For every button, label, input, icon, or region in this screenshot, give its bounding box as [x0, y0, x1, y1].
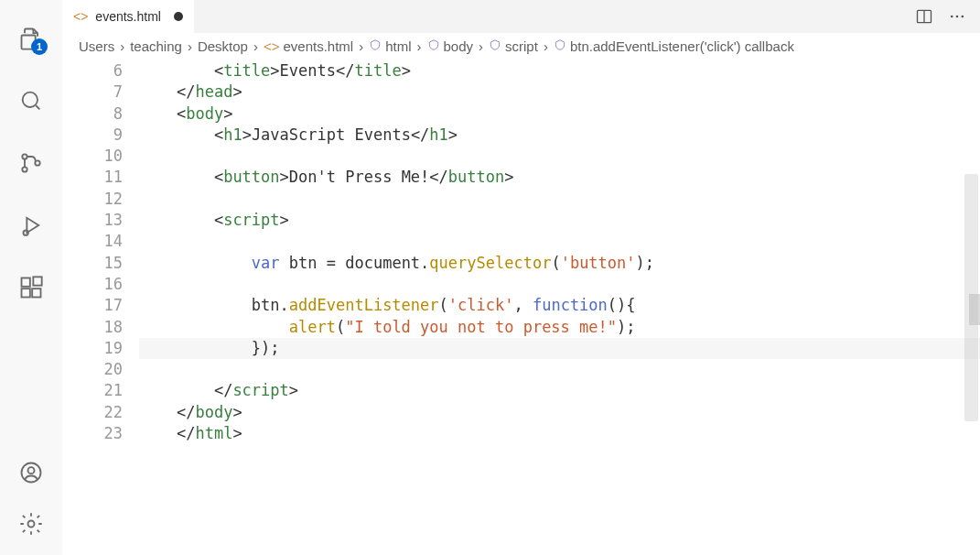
code-line[interactable]: <title>Events</title>	[139, 60, 980, 82]
settings-gear-icon[interactable]	[9, 502, 53, 546]
svg-point-3	[22, 167, 27, 171]
search-icon[interactable]	[9, 79, 53, 123]
code-line[interactable]: </html>	[139, 423, 980, 444]
code-line[interactable]	[139, 359, 980, 380]
line-number: 17	[62, 295, 123, 316]
symbol-icon	[427, 38, 440, 54]
breadcrumb-item[interactable]: <>events.html	[264, 38, 353, 54]
line-number: 23	[62, 423, 123, 444]
breadcrumb-item[interactable]: teaching	[130, 38, 182, 54]
svg-rect-7	[22, 288, 30, 297]
line-number: 11	[62, 167, 123, 188]
breadcrumb-item[interactable]: btn.addEventListener('click') callback	[554, 38, 794, 54]
chevron-right-icon: ›	[253, 38, 258, 54]
chevron-right-icon: ›	[479, 38, 483, 54]
svg-point-5	[23, 230, 27, 234]
svg-point-12	[28, 521, 35, 528]
chevron-right-icon: ›	[417, 38, 422, 54]
chevron-right-icon: ›	[544, 38, 548, 54]
code-line[interactable]	[139, 189, 980, 210]
breadcrumb-item[interactable]: Users	[79, 38, 114, 54]
code-editor[interactable]: 67891011121314151617181920212223 <title>…	[62, 59, 980, 555]
chevron-right-icon: ›	[359, 38, 363, 54]
line-number: 12	[62, 189, 123, 210]
svg-point-11	[28, 467, 35, 473]
explorer-badge: 1	[31, 38, 48, 55]
tab-filename: events.html	[95, 9, 161, 24]
code-line[interactable]	[139, 274, 980, 295]
line-number: 22	[62, 402, 123, 423]
code-content[interactable]: <title>Events</title> </head> <body> <h1…	[139, 59, 980, 555]
svg-point-4	[35, 160, 39, 165]
tab-bar: <> events.html	[62, 0, 980, 33]
line-number: 20	[62, 359, 123, 380]
code-line[interactable]: </body>	[139, 402, 980, 423]
code-line[interactable]: <script>	[139, 210, 980, 231]
code-line[interactable]: </head>	[139, 82, 980, 103]
line-number: 10	[62, 146, 123, 167]
svg-point-15	[956, 16, 959, 18]
line-number-gutter: 67891011121314151617181920212223	[62, 59, 139, 555]
svg-point-14	[951, 16, 953, 18]
symbol-icon	[554, 38, 566, 54]
code-line[interactable]: <body>	[139, 103, 980, 125]
svg-rect-6	[22, 278, 30, 287]
symbol-icon	[369, 38, 382, 54]
minimap-handle[interactable]	[969, 294, 980, 325]
line-number: 9	[62, 125, 123, 146]
line-number: 16	[62, 274, 123, 295]
breadcrumb-item[interactable]: Desktop	[198, 38, 248, 54]
breadcrumb-item[interactable]: html	[369, 38, 411, 54]
source-control-icon[interactable]	[9, 141, 53, 185]
chevron-right-icon: ›	[188, 38, 192, 54]
editor-area: <> events.html Users›teaching›Desktop›<>…	[62, 0, 980, 555]
split-editor-icon[interactable]	[914, 6, 934, 27]
chevron-right-icon: ›	[120, 38, 124, 54]
extensions-icon[interactable]	[9, 266, 53, 310]
explorer-icon[interactable]: 1	[9, 16, 53, 60]
symbol-icon	[489, 38, 501, 54]
svg-point-1	[23, 92, 38, 107]
code-line[interactable]	[139, 231, 980, 252]
line-number: 6	[62, 60, 123, 82]
run-debug-icon[interactable]	[9, 203, 53, 247]
line-number: 7	[62, 82, 123, 103]
code-line[interactable]: var btn = document.querySelector('button…	[139, 253, 980, 274]
activity-bar: 1	[0, 0, 62, 555]
html-file-icon: <>	[264, 38, 280, 54]
breadcrumb[interactable]: Users›teaching›Desktop›<>events.html›htm…	[62, 33, 980, 59]
code-line[interactable]: btn.addEventListener('click', function()…	[139, 295, 980, 316]
svg-rect-8	[32, 288, 40, 297]
unsaved-indicator-icon	[174, 12, 183, 21]
line-number: 13	[62, 210, 123, 231]
line-number: 19	[62, 338, 123, 359]
tab-actions	[914, 6, 980, 27]
breadcrumb-item[interactable]: script	[489, 38, 538, 54]
code-line[interactable]	[139, 146, 980, 167]
svg-point-2	[22, 154, 27, 158]
code-line[interactable]: <button>Don't Press Me!</button>	[139, 167, 980, 188]
tab-events-html[interactable]: <> events.html	[62, 0, 194, 33]
html-file-icon: <>	[73, 9, 88, 24]
svg-rect-9	[33, 277, 41, 285]
breadcrumb-item[interactable]: body	[427, 38, 474, 54]
code-line[interactable]: });	[139, 338, 980, 359]
code-line[interactable]: </script>	[139, 380, 980, 401]
line-number: 21	[62, 380, 123, 401]
svg-point-16	[962, 16, 964, 18]
line-number: 8	[62, 103, 123, 125]
code-line[interactable]: alert("I told you not to press me!");	[139, 317, 980, 338]
line-number: 15	[62, 253, 123, 274]
code-line[interactable]: <h1>JavaScript Events</h1>	[139, 125, 980, 146]
line-number: 18	[62, 317, 123, 338]
more-actions-icon[interactable]	[947, 6, 967, 27]
account-icon[interactable]	[9, 451, 53, 495]
line-number: 14	[62, 231, 123, 252]
